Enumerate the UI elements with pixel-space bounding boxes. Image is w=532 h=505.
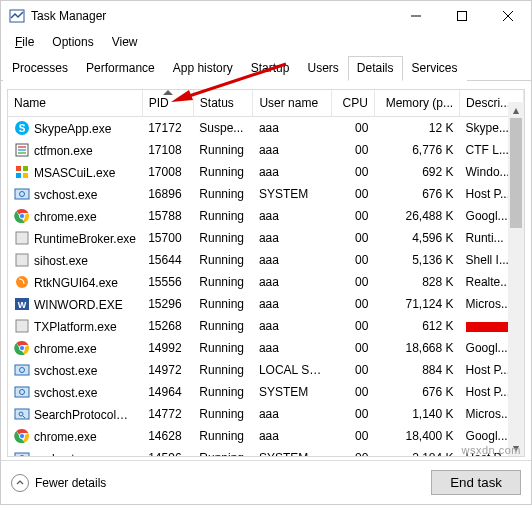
table-row[interactable]: chrome.exe14628Runningaaa0018,400 KGoogl…: [8, 425, 524, 447]
cell-user: aaa: [253, 271, 332, 293]
cell-cpu: 00: [332, 205, 375, 227]
cell-memory: 18,400 K: [374, 425, 459, 447]
process-icon: [14, 230, 30, 246]
cell-status: Running: [193, 337, 253, 359]
cell-name: RtkNGUI64.exe: [8, 271, 142, 293]
table-row[interactable]: sihost.exe15644Runningaaa005,136 KShell …: [8, 249, 524, 271]
redacted-bar: [466, 322, 508, 332]
table-row[interactable]: RtkNGUI64.exe15556Runningaaa00828 KRealt…: [8, 271, 524, 293]
cell-status: Running: [193, 425, 253, 447]
table-row[interactable]: SearchProtocolHos...14772Runningaaa001,1…: [8, 403, 524, 425]
cell-user: aaa: [253, 205, 332, 227]
cell-pid: 17172: [142, 117, 193, 140]
col-status[interactable]: Status: [193, 90, 253, 117]
table-row[interactable]: chrome.exe14992Runningaaa0018,668 KGoogl…: [8, 337, 524, 359]
cell-name: MSASCuiL.exe: [8, 161, 142, 183]
cell-status: Running: [193, 381, 253, 403]
cell-cpu: 00: [332, 315, 375, 337]
cell-cpu: 00: [332, 337, 375, 359]
cell-memory: 2,184 K: [374, 447, 459, 457]
table-row[interactable]: svchost.exe16896RunningSYSTEM00676 KHost…: [8, 183, 524, 205]
cell-user: aaa: [253, 403, 332, 425]
table-row[interactable]: svchost.exe14964RunningSYSTEM00676 KHost…: [8, 381, 524, 403]
close-button[interactable]: [485, 1, 531, 31]
watermark: wsxdn.com: [461, 444, 521, 456]
cell-memory: 884 K: [374, 359, 459, 381]
table-row[interactable]: WWINWORD.EXE15296Runningaaa0071,124 KMic…: [8, 293, 524, 315]
cell-status: Running: [193, 183, 253, 205]
cell-status: Running: [193, 205, 253, 227]
cell-pid: 14596: [142, 447, 193, 457]
col-memory[interactable]: Memory (p...: [374, 90, 459, 117]
cell-memory: 5,136 K: [374, 249, 459, 271]
tab-processes[interactable]: Processes: [3, 56, 77, 81]
table-row[interactable]: SSkypeApp.exe17172Suspe...aaa0012 KSkype…: [8, 117, 524, 140]
cell-status: Running: [193, 293, 253, 315]
cell-cpu: 00: [332, 359, 375, 381]
cell-name: svchost.exe: [8, 359, 142, 381]
fewer-details-button[interactable]: Fewer details: [11, 474, 106, 492]
table-row[interactable]: MSASCuiL.exe17008Runningaaa00692 KWindo.…: [8, 161, 524, 183]
table-row[interactable]: chrome.exe15788Runningaaa0026,488 KGoogl…: [8, 205, 524, 227]
scroll-up-icon[interactable]: ▴: [508, 102, 524, 118]
col-pid[interactable]: PID: [142, 90, 193, 117]
cell-pid: 15556: [142, 271, 193, 293]
table-row[interactable]: TXPlatform.exe15268Runningaaa00612 K: [8, 315, 524, 337]
menu-file[interactable]: File: [7, 33, 42, 51]
cell-memory: 18,668 K: [374, 337, 459, 359]
cell-name: svchost.exe: [8, 447, 142, 457]
cell-status: Suspe...: [193, 117, 253, 140]
cell-pid: 14992: [142, 337, 193, 359]
cell-user: SYSTEM: [253, 447, 332, 457]
col-user[interactable]: User name: [253, 90, 332, 117]
cell-user: aaa: [253, 117, 332, 140]
process-icon: [14, 142, 30, 158]
cell-cpu: 00: [332, 271, 375, 293]
cell-name: SSkypeApp.exe: [8, 117, 142, 140]
cell-pid: 15788: [142, 205, 193, 227]
vertical-scrollbar[interactable]: ▴ ▾: [508, 118, 524, 456]
tab-details[interactable]: Details: [348, 56, 403, 81]
tab-services[interactable]: Services: [403, 56, 467, 81]
table-row[interactable]: svchost.exe14972RunningLOCAL SE...00884 …: [8, 359, 524, 381]
cell-memory: 6,776 K: [374, 139, 459, 161]
maximize-button[interactable]: [439, 1, 485, 31]
cell-name: chrome.exe: [8, 425, 142, 447]
menu-view[interactable]: View: [104, 33, 146, 51]
tabs: Processes Performance App history Startu…: [1, 55, 531, 81]
end-task-button[interactable]: End task: [431, 470, 521, 495]
cell-name: svchost.exe: [8, 183, 142, 205]
cell-pid: 17008: [142, 161, 193, 183]
cell-cpu: 00: [332, 139, 375, 161]
scroll-thumb[interactable]: [510, 118, 522, 228]
cell-name: SearchProtocolHos...: [8, 403, 142, 425]
tab-startup[interactable]: Startup: [242, 56, 299, 81]
minimize-button[interactable]: [393, 1, 439, 31]
cell-pid: 15700: [142, 227, 193, 249]
cell-name: RuntimeBroker.exe: [8, 227, 142, 249]
table-row[interactable]: RuntimeBroker.exe15700Runningaaa004,596 …: [8, 227, 524, 249]
menu-options[interactable]: Options: [44, 33, 101, 51]
cell-user: aaa: [253, 425, 332, 447]
process-icon: [14, 406, 30, 422]
process-icon: [14, 450, 30, 457]
svg-rect-12: [15, 189, 29, 199]
tab-users[interactable]: Users: [298, 56, 347, 81]
table-row[interactable]: ctfmon.exe17108Runningaaa006,776 KCTF L.…: [8, 139, 524, 161]
col-name[interactable]: Name: [8, 90, 142, 117]
table-row[interactable]: svchost.exe14596RunningSYSTEM002,184 KHo…: [8, 447, 524, 457]
cell-name: chrome.exe: [8, 205, 142, 227]
svg-rect-17: [16, 232, 28, 244]
cell-status: Running: [193, 403, 253, 425]
tab-performance[interactable]: Performance: [77, 56, 164, 81]
chevron-up-icon: [11, 474, 29, 492]
cell-name: ctfmon.exe: [8, 139, 142, 161]
details-table: Name PID Status User name CPU Memory (p.…: [7, 89, 525, 457]
cell-pid: 17108: [142, 139, 193, 161]
process-icon: [14, 186, 30, 202]
col-cpu[interactable]: CPU: [332, 90, 375, 117]
tab-app-history[interactable]: App history: [164, 56, 242, 81]
cell-status: Running: [193, 249, 253, 271]
svg-rect-30: [15, 409, 29, 419]
process-icon: S: [14, 120, 30, 136]
